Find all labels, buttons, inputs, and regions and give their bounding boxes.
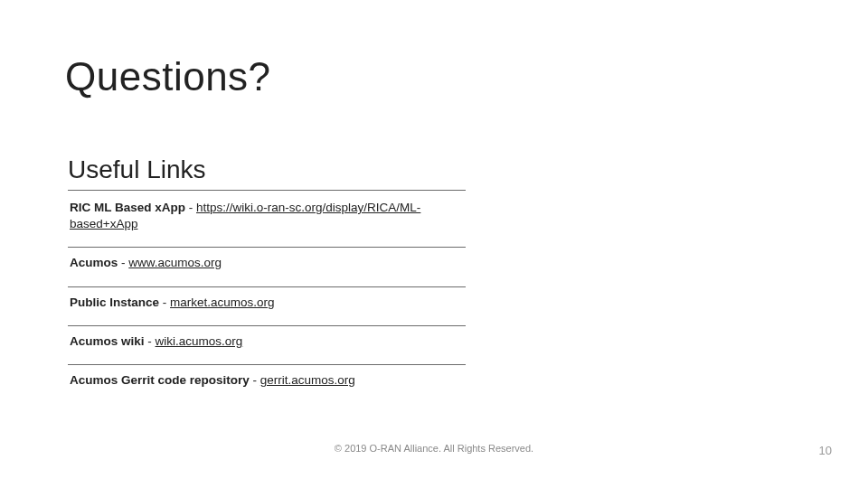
link-url[interactable]: gerrit.acumos.org (260, 373, 355, 387)
links-list: RIC ML Based xApp - https://wiki.o-ran-s… (68, 190, 466, 403)
link-label: RIC ML Based xApp (70, 201, 185, 214)
section-subtitle: Useful Links (68, 155, 206, 184)
link-url[interactable]: wiki.acumos.org (156, 334, 243, 348)
link-label: Acumos wiki (70, 334, 145, 348)
link-separator: - (159, 296, 170, 309)
page-number: 10 (819, 444, 832, 457)
link-label: Acumos (70, 256, 118, 269)
link-separator: - (185, 201, 196, 214)
link-url[interactable]: www.acumos.org (128, 256, 222, 269)
link-label: Acumos Gerrit code repository (70, 373, 250, 387)
slide-title: Questions? (65, 54, 271, 99)
list-item: Public Instance - market.acumos.org (68, 286, 466, 325)
slide: Questions? Useful Links RIC ML Based xAp… (0, 0, 868, 488)
link-separator: - (118, 256, 128, 269)
link-separator: - (250, 373, 260, 387)
list-item: Acumos - www.acumos.org (68, 247, 466, 286)
footer-copyright: © 2019 O-RAN Alliance. All Rights Reserv… (0, 443, 868, 454)
link-label: Public Instance (70, 296, 159, 309)
link-separator: - (145, 334, 156, 348)
link-url[interactable]: market.acumos.org (170, 296, 275, 309)
list-item: RIC ML Based xApp - https://wiki.o-ran-s… (68, 190, 466, 247)
list-item: Acumos Gerrit code repository - gerrit.a… (68, 364, 466, 403)
list-item: Acumos wiki - wiki.acumos.org (68, 325, 466, 364)
